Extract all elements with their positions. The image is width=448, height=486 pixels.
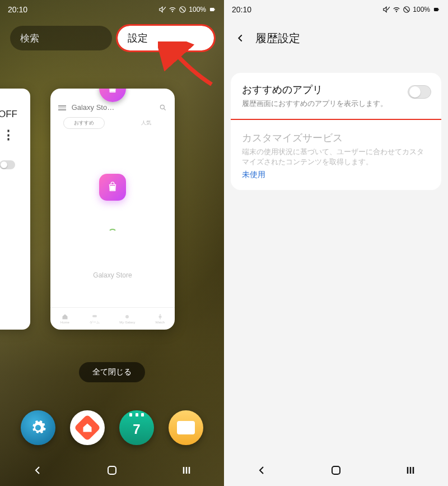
nav-home: Home (60, 313, 69, 324)
battery-icon (208, 6, 216, 13)
wifi-icon (169, 6, 176, 13)
close-all-button[interactable]: 全て閉じる (79, 362, 145, 382)
svg-rect-23 (332, 466, 340, 474)
navigation-bar (0, 457, 224, 486)
toggle-switch[interactable] (408, 85, 431, 99)
wifi-icon (393, 6, 400, 13)
recents-card[interactable]: Galaxy Sto… おすすめ 人気 Galaxy Store Home ゲー… (50, 89, 175, 330)
svg-rect-4 (210, 8, 214, 11)
battery-icon (432, 6, 440, 13)
status-icons: 100% (158, 6, 216, 13)
search-input[interactable]: 検索 (10, 26, 112, 50)
svg-rect-21 (434, 8, 438, 11)
nav-games: ゲーム (90, 313, 100, 325)
dock: 7 (0, 408, 224, 448)
card-peek-label: がOFF (0, 108, 25, 121)
setting-title: カスタマイズサービス (242, 131, 430, 145)
settings-card: おすすめのアプリ 履歴画面におすすめのアプリを表示します。 カスタマイズサービス… (231, 73, 441, 190)
no-sim-icon (403, 6, 410, 13)
svg-rect-8 (92, 315, 97, 317)
svg-rect-13 (108, 466, 116, 474)
svg-rect-12 (160, 318, 161, 320)
svg-point-10 (158, 316, 161, 318)
svg-rect-11 (160, 314, 161, 316)
dock-launcher-icon[interactable] (70, 410, 105, 445)
svg-point-9 (125, 315, 129, 318)
status-icons: 100% (382, 6, 440, 13)
svg-point-1 (172, 11, 173, 12)
nav-back-button[interactable] (31, 464, 44, 479)
battery-pct: 100% (413, 6, 430, 13)
tab-recommended: おすすめ (63, 117, 105, 129)
no-sim-icon (179, 6, 186, 13)
page-title: 履歴設定 (255, 31, 300, 46)
card-title: Galaxy Sto… (58, 103, 114, 112)
mute-icon (382, 6, 390, 13)
svg-line-20 (405, 8, 409, 12)
mini-toggle[interactable] (0, 160, 15, 169)
svg-line-7 (164, 108, 166, 110)
dock-settings-icon[interactable] (21, 410, 55, 445)
svg-line-3 (181, 8, 185, 12)
history-settings-screen: 20:10 100% 履歴設定 おすすめのアプリ 履歴画面におすすめのアプリを表… (224, 0, 448, 486)
mute-icon (158, 6, 166, 13)
page-header: 履歴設定 (224, 22, 448, 54)
nav-home-button[interactable] (329, 464, 343, 479)
svg-line-17 (387, 7, 390, 10)
setting-desc: 履歴画面におすすめのアプリを表示します。 (242, 99, 430, 109)
nav-mygalaxy: My Galaxy (119, 313, 135, 324)
navigation-bar (224, 457, 448, 486)
nav-back-button[interactable] (255, 464, 268, 479)
loading-spinner-icon (108, 229, 117, 238)
nav-home-button[interactable] (105, 464, 119, 479)
setting-recommended-apps[interactable]: おすすめのアプリ 履歴画面におすすめのアプリを表示します。 (231, 73, 441, 119)
recents-settings-button[interactable]: 設定 (118, 26, 214, 50)
status-time: 20:10 (232, 5, 251, 14)
overflow-icon[interactable]: ⋮ (2, 128, 13, 142)
recents-screen: 20:10 100% 検索 設定 がOFF (0, 0, 224, 486)
setting-title: おすすめのアプリ (242, 83, 430, 96)
svg-rect-22 (438, 9, 439, 10)
store-name-label: Galaxy Store (50, 271, 175, 279)
nav-recents-button[interactable] (404, 464, 417, 479)
dock-files-icon[interactable] (169, 410, 203, 445)
nav-watch: Watch (155, 313, 165, 324)
svg-point-18 (396, 11, 397, 12)
galaxy-store-big-icon (99, 174, 126, 201)
battery-pct: 100% (189, 6, 206, 13)
card-bottom-nav: Home ゲーム My Galaxy Watch (50, 307, 175, 330)
setting-customization-service[interactable]: カスタマイズサービス 端末の使用状況に基づいて、ユーザーに合わせてカスタマイズさ… (231, 121, 441, 189)
nav-recents-button[interactable] (180, 464, 193, 479)
dock-calendar-icon[interactable]: 7 (119, 410, 154, 445)
recents-card[interactable]: がOFF + ⋮ す (0, 89, 30, 330)
svg-point-6 (160, 105, 164, 109)
search-icon (159, 104, 167, 112)
back-icon[interactable] (228, 32, 252, 44)
setting-status-link: 未使用 (242, 170, 265, 180)
setting-desc: 端末の使用状況に基づいて、ユーザーに合わせてカスタマイズされたコンテンツを取得し… (242, 147, 430, 167)
svg-line-0 (163, 7, 166, 10)
svg-rect-5 (214, 9, 215, 10)
status-bar: 20:10 100% (224, 0, 448, 19)
status-bar: 20:10 100% (0, 0, 224, 19)
tab-popular: 人気 (130, 117, 162, 129)
status-time: 20:10 (8, 5, 27, 14)
hamburger-icon (58, 104, 66, 112)
annotation-underline (231, 119, 441, 120)
